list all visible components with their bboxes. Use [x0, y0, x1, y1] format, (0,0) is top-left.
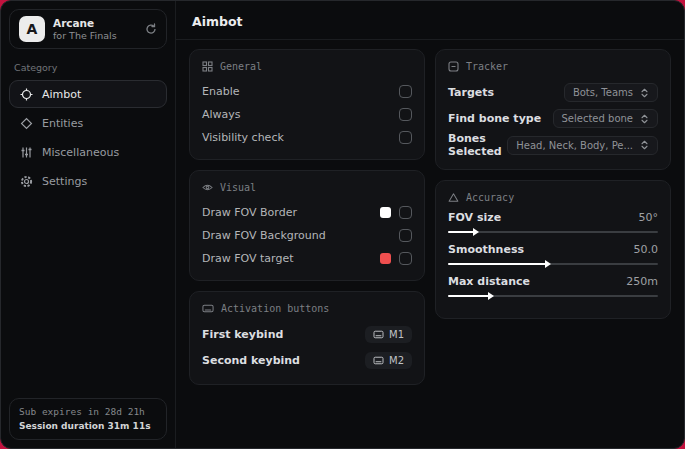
slider-track[interactable]	[448, 231, 658, 233]
general-card: General Enable Always Visibility check	[189, 49, 425, 160]
visibility-check-checkbox[interactable]	[399, 131, 412, 144]
setting-label: FOV size	[448, 211, 501, 224]
unfold-icon	[640, 88, 649, 98]
slider-thumb[interactable]	[545, 260, 551, 268]
sidebar-item-entities[interactable]: Entities	[9, 109, 167, 137]
keyboard-icon	[373, 356, 384, 365]
setting-label: Draw FOV Background	[202, 229, 326, 242]
fov-background-checkbox[interactable]	[399, 229, 412, 242]
slider-thumb[interactable]	[473, 228, 479, 236]
brand-card: A Arcane for The Finals	[9, 9, 167, 49]
setting-label: Always	[202, 108, 241, 121]
section-title: Visual	[220, 182, 256, 193]
app-name: Arcane	[53, 17, 137, 30]
keyboard-icon	[202, 303, 214, 314]
setting-row-fov-border: Draw FOV Border	[202, 201, 412, 223]
bones-selected-dropdown[interactable]: Head, Neck, Body, Pe...	[507, 136, 658, 155]
sidebar-item-settings[interactable]: Settings	[9, 167, 167, 195]
keyboard-icon	[373, 330, 384, 339]
setting-row-second-keybind: Second keybind M2	[202, 348, 412, 373]
fov-target-checkbox[interactable]	[399, 252, 412, 265]
fov-size-slider[interactable]	[448, 227, 658, 237]
setting-row-always: Always	[202, 103, 412, 125]
fov-border-checkbox[interactable]	[399, 206, 412, 219]
keybind-value: M2	[389, 355, 404, 366]
first-keybind-button[interactable]: M1	[365, 326, 412, 343]
setting-row-find-bone-type: Find bone type Selected bone	[448, 106, 658, 131]
category-label: Category	[14, 62, 162, 73]
slider-value: 50.0	[634, 243, 659, 256]
setting-row-max-distance: Max distance 250m	[448, 275, 658, 288]
section-title: Accuracy	[466, 192, 514, 203]
sidebar-item-miscellaneous[interactable]: Miscellaneous	[9, 138, 167, 166]
square-minus-icon	[448, 61, 459, 72]
color-swatch-white[interactable]	[380, 207, 391, 218]
dropdown-value: Bots, Teams	[573, 87, 633, 98]
targets-dropdown[interactable]: Bots, Teams	[564, 83, 658, 102]
dropdown-value: Selected bone	[562, 113, 633, 124]
setting-label: Smoothness	[448, 243, 524, 256]
color-swatch-red[interactable]	[380, 253, 391, 264]
slider-value: 250m	[626, 275, 658, 288]
setting-label: Max distance	[448, 275, 530, 288]
second-keybind-button[interactable]: M2	[365, 352, 412, 369]
dropdown-value: Head, Neck, Body, Pe...	[516, 140, 633, 151]
setting-row-fov-background: Draw FOV Background	[202, 224, 412, 246]
page-title: Aimbot	[192, 14, 668, 29]
sidebar-item-label: Entities	[42, 117, 83, 130]
setting-row-smoothness: Smoothness 50.0	[448, 243, 658, 256]
slider-fill	[448, 295, 492, 297]
sidebar-item-aimbot[interactable]: Aimbot	[9, 80, 167, 108]
sidebar-item-label: Miscellaneous	[42, 146, 119, 159]
keybind-value: M1	[389, 329, 404, 340]
setting-row-fov-size: FOV size 50°	[448, 211, 658, 224]
diamond-icon	[20, 117, 33, 130]
setting-row-enable: Enable	[202, 80, 412, 102]
setting-label: Bones Selected	[448, 132, 507, 158]
find-bone-type-dropdown[interactable]: Selected bone	[553, 109, 658, 128]
setting-row-bones-selected: Bones Selected Head, Neck, Body, Pe...	[448, 132, 658, 158]
sliders-icon	[20, 146, 33, 159]
setting-label: Enable	[202, 85, 239, 98]
main-header: Aimbot	[176, 1, 684, 40]
sidebar-item-label: Aimbot	[42, 88, 81, 101]
always-checkbox[interactable]	[399, 108, 412, 121]
setting-label: Draw FOV Border	[202, 206, 297, 219]
grid-icon	[202, 61, 213, 72]
eye-icon	[202, 182, 213, 193]
triangle-icon	[448, 192, 459, 203]
crosshair-icon	[20, 88, 33, 101]
setting-row-targets: Targets Bots, Teams	[448, 80, 658, 105]
unfold-icon	[640, 140, 649, 150]
slider-thumb[interactable]	[488, 292, 494, 300]
subscription-card: Sub expires in 28d 21h Session duration …	[9, 398, 167, 440]
tracker-card: Tracker Targets Bots, Teams Find bone ty…	[435, 49, 671, 170]
setting-label: Visibility check	[202, 131, 284, 144]
max-distance-slider[interactable]	[448, 291, 658, 301]
refresh-icon[interactable]	[145, 23, 157, 35]
app-window: A Arcane for The Finals Category Aimbot …	[0, 0, 685, 449]
setting-label: Targets	[448, 86, 494, 99]
accuracy-card: Accuracy FOV size 50° Smoothness 50.0	[435, 180, 671, 319]
setting-row-first-keybind: First keybind M1	[202, 322, 412, 347]
sidebar: A Arcane for The Finals Category Aimbot …	[1, 1, 176, 448]
section-title: Activation buttons	[221, 303, 329, 314]
app-logo: A	[19, 16, 45, 42]
enable-checkbox[interactable]	[399, 85, 412, 98]
activation-card: Activation buttons First keybind M1 Seco…	[189, 291, 425, 385]
visual-card: Visual Draw FOV Border Draw FOV Backgrou…	[189, 170, 425, 281]
setting-label: Draw FOV target	[202, 252, 294, 265]
section-title: General	[220, 61, 262, 72]
section-title: Tracker	[466, 61, 508, 72]
setting-label: First keybind	[202, 328, 283, 341]
smoothness-slider[interactable]	[448, 259, 658, 269]
app-subtitle: for The Finals	[53, 30, 137, 42]
setting-label: Find bone type	[448, 112, 541, 125]
session-duration-text: Session duration 31m 11s	[19, 420, 157, 434]
setting-label: Second keybind	[202, 354, 300, 367]
gear-icon	[20, 175, 33, 188]
slider-fill	[448, 263, 549, 265]
slider-value: 50°	[639, 211, 659, 224]
main-content: Aimbot General Enable	[176, 1, 684, 448]
unfold-icon	[640, 114, 649, 124]
